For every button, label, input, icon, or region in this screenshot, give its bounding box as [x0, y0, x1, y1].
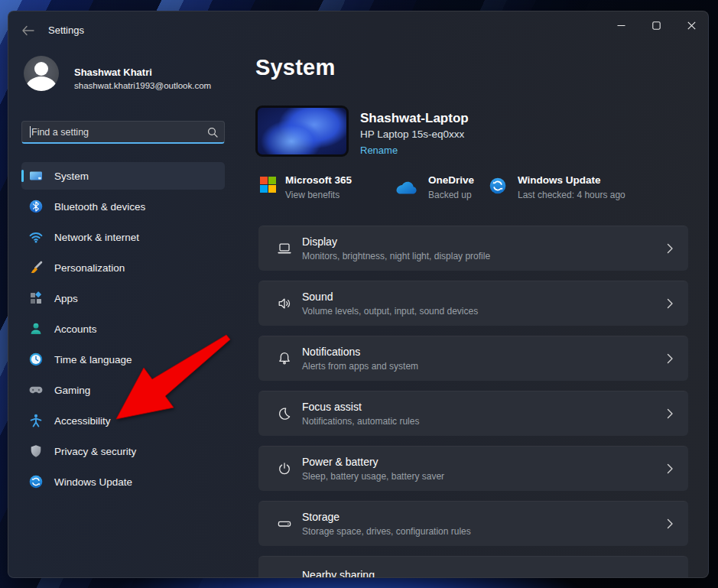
- sidebar-item-label: Bluetooth & devices: [54, 201, 145, 213]
- benefit-subtitle: Backed up: [428, 190, 472, 200]
- settings-row-power-battery[interactable]: Power & battery Sleep, battery usage, ba…: [258, 446, 688, 491]
- search-icon: [207, 127, 218, 138]
- row-title: Nearby sharing: [302, 569, 375, 578]
- sidebar-item-time-language[interactable]: Time & language: [21, 346, 225, 373]
- window-title: Settings: [48, 24, 84, 36]
- chevron-right-icon: [664, 352, 676, 365]
- user-avatar[interactable]: [24, 56, 59, 91]
- sidebar-item-gaming[interactable]: Gaming: [21, 376, 225, 404]
- apps-grid-icon: [28, 291, 44, 306]
- settings-row-nearby-sharing[interactable]: Nearby sharing: [258, 556, 688, 578]
- minimize-button[interactable]: [603, 11, 638, 39]
- row-title: Display: [302, 236, 337, 248]
- bluetooth-icon: [28, 199, 44, 214]
- close-icon: [687, 21, 696, 30]
- chevron-right-icon: [664, 518, 676, 530]
- onedrive-cloud-icon: [395, 180, 417, 195]
- sidebar-item-label: Windows Update: [54, 476, 132, 488]
- sidebar-item-label: System: [54, 171, 89, 182]
- page-title: System: [255, 55, 335, 80]
- chevron-right-icon: [664, 242, 676, 255]
- update-arrows-icon: [28, 474, 44, 489]
- sidebar-item-accessibility[interactable]: Accessibility: [21, 407, 225, 434]
- sidebar-item-bluetooth-devices[interactable]: Bluetooth & devices: [21, 193, 225, 220]
- back-arrow-icon: [21, 25, 34, 36]
- maximize-button[interactable]: [638, 11, 674, 39]
- benefit-subtitle: Last checked: 4 hours ago: [518, 190, 625, 200]
- sidebar-item-label: Accounts: [54, 323, 97, 335]
- row-title: Sound: [302, 291, 333, 303]
- sidebar-item-personalization[interactable]: Personalization: [21, 254, 225, 281]
- text-caret: [30, 126, 31, 138]
- row-title: Notifications: [302, 346, 360, 358]
- drive-icon: [276, 515, 293, 532]
- row-subtitle: Volume levels, output, input, sound devi…: [302, 306, 478, 317]
- microsoft-logo-icon: [260, 177, 276, 193]
- system-icon: [28, 168, 44, 184]
- avatar-person-icon: [34, 62, 48, 76]
- row-subtitle: Alerts from apps and system: [302, 361, 418, 372]
- sidebar-item-apps[interactable]: Apps: [21, 284, 225, 312]
- benefit-subtitle: View benefits: [285, 190, 340, 200]
- paintbrush-icon: [28, 260, 44, 275]
- sidebar-item-label: Time & language: [54, 354, 132, 365]
- settings-row-display[interactable]: Display Monitors, brightness, night ligh…: [258, 226, 688, 271]
- device-model: HP Laptop 15s-eq0xxx: [360, 128, 464, 140]
- sidebar-item-label: Gaming: [54, 385, 90, 396]
- sidebar-item-label: Accessibility: [54, 415, 111, 427]
- settings-window: Settings Shashwat Khatri shashwat.khatri…: [8, 11, 709, 578]
- device-thumbnail: [255, 106, 349, 157]
- row-subtitle: Monitors, brightness, night light, displ…: [302, 251, 490, 262]
- close-button[interactable]: [674, 11, 709, 39]
- chevron-right-icon: [664, 577, 676, 578]
- laptop-display-icon: [276, 240, 293, 257]
- sidebar-item-windows-update[interactable]: Windows Update: [21, 468, 225, 495]
- chevron-right-icon: [664, 408, 676, 420]
- device-name: Shashwat-Laptop: [360, 111, 469, 126]
- settings-row-sound[interactable]: Sound Volume levels, output, input, soun…: [258, 281, 688, 326]
- chevron-right-icon: [664, 463, 676, 475]
- row-subtitle: Storage space, drives, configuration rul…: [302, 526, 471, 537]
- benefit-title[interactable]: OneDrive: [428, 174, 474, 186]
- sidebar-item-accounts[interactable]: Accounts: [21, 315, 225, 343]
- chevron-right-icon: [664, 297, 676, 310]
- speaker-icon: [276, 295, 293, 312]
- row-subtitle: Sleep, battery usage, battery saver: [302, 471, 444, 482]
- rename-link[interactable]: Rename: [360, 145, 398, 156]
- person-icon: [28, 321, 44, 336]
- gamepad-icon: [28, 382, 44, 398]
- row-title: Storage: [302, 511, 340, 523]
- back-button[interactable]: [18, 21, 37, 40]
- share-icon: [276, 575, 293, 578]
- power-icon: [276, 460, 293, 477]
- user-email: shashwat.khatri1993@outlook.com: [74, 81, 211, 90]
- wifi-icon: [28, 229, 44, 245]
- row-subtitle: Notifications, automatic rules: [302, 416, 419, 427]
- row-title: Focus assist: [302, 401, 362, 413]
- settings-row-storage[interactable]: Storage Storage space, drives, configura…: [258, 501, 688, 546]
- row-title: Power & battery: [302, 456, 378, 468]
- search-box[interactable]: [21, 121, 225, 144]
- accessibility-person-icon: [28, 413, 44, 428]
- sidebar-item-system[interactable]: System: [21, 162, 225, 190]
- benefit-title[interactable]: Microsoft 365: [285, 174, 352, 186]
- benefit-title[interactable]: Windows Update: [518, 174, 601, 186]
- sidebar-item-network-internet[interactable]: Network & internet: [21, 223, 225, 251]
- settings-row-focus-assist[interactable]: Focus assist Notifications, automatic ru…: [258, 391, 688, 436]
- sidebar-item-label: Personalization: [54, 262, 125, 274]
- maximize-icon: [652, 21, 661, 30]
- windows-update-icon: [489, 177, 507, 195]
- user-name: Shashwat Khatri: [74, 67, 152, 78]
- minimize-icon: [617, 21, 625, 30]
- sidebar-item-privacy-security[interactable]: Privacy & security: [21, 437, 225, 465]
- search-input[interactable]: [31, 127, 207, 138]
- settings-row-notifications[interactable]: Notifications Alerts from apps and syste…: [258, 336, 688, 381]
- sidebar-item-label: Apps: [54, 293, 78, 304]
- sidebar-item-label: Network & internet: [54, 232, 139, 243]
- moon-icon: [276, 405, 293, 422]
- clock-icon: [28, 352, 44, 367]
- sidebar-nav: System Bluetooth & devices Network & int…: [21, 162, 225, 499]
- sidebar-item-label: Privacy & security: [54, 446, 136, 457]
- bell-icon: [276, 350, 293, 367]
- shield-icon: [28, 443, 44, 459]
